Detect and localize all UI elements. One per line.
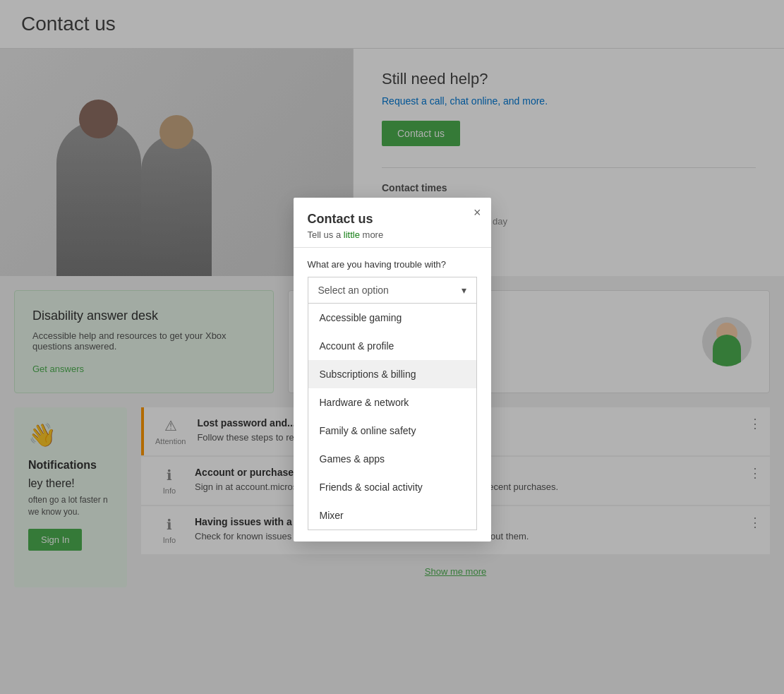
dropdown-item-friends-social[interactable]: Friends & social activity [308, 473, 476, 501]
dropdown-item-accessible-gaming[interactable]: Accessible gaming [308, 304, 476, 332]
dropdown-item-subscriptions-billing[interactable]: Subscriptions & billing [308, 360, 476, 388]
modal-close-button[interactable]: × [474, 206, 481, 219]
contact-modal: Contact us Tell us a little more × What … [294, 198, 491, 542]
dropdown-list: Accessible gaming Account & profile Subs… [308, 304, 477, 530]
trouble-label: What are you having trouble with? [308, 259, 477, 270]
dropdown-item-games-apps[interactable]: Games & apps [308, 445, 476, 473]
modal-header: Contact us Tell us a little more × [294, 198, 491, 248]
modal-subtitle-highlight: little [344, 229, 360, 240]
modal-title: Contact us [308, 212, 477, 227]
modal-subtitle: Tell us a little more [308, 229, 477, 240]
dropdown-item-account-profile[interactable]: Account & profile [308, 332, 476, 360]
dropdown-item-hardware-network[interactable]: Hardware & network [308, 388, 476, 417]
modal-body: What are you having trouble with? Select… [294, 248, 491, 542]
modal-overlay: Contact us Tell us a little more × What … [0, 0, 784, 694]
select-placeholder: Select an option [318, 285, 389, 296]
select-dropdown[interactable]: Select an option ▾ [308, 277, 477, 304]
dropdown-item-mixer[interactable]: Mixer [308, 501, 476, 530]
dropdown-item-family-online-safety[interactable]: Family & online safety [308, 417, 476, 445]
dropdown-arrow-icon: ▾ [462, 285, 466, 296]
